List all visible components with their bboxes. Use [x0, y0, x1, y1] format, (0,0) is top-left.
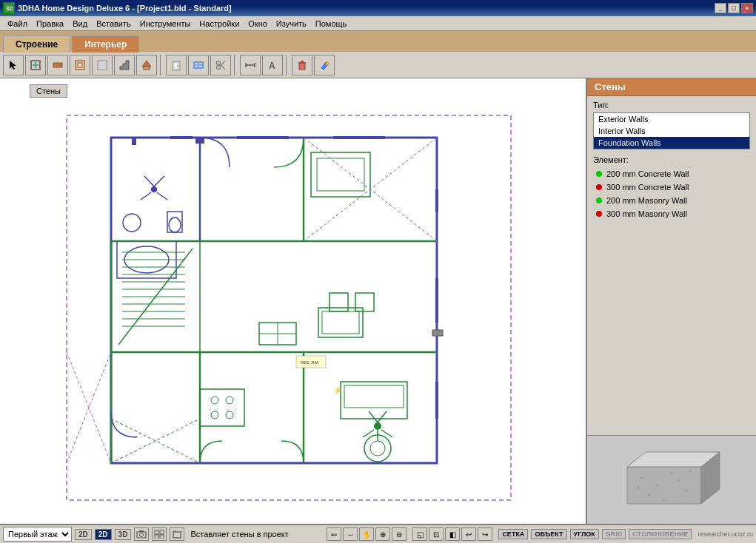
maximize-button[interactable]: □	[728, 3, 740, 13]
tool-dimension[interactable]	[240, 55, 261, 75]
svg-line-74	[141, 192, 151, 200]
icon-arrows-2[interactable]: ↔	[343, 527, 358, 541]
status-labels: СЕТКА ОБЪЕКТ УГЛОК GRID СТОЛКНОВЕНИЕ	[498, 529, 692, 539]
menu-view[interactable]: Вид	[68, 18, 92, 29]
icon-grid-view[interactable]	[152, 527, 167, 541]
svg-line-67	[378, 411, 387, 422]
svg-rect-88	[330, 293, 348, 311]
researcher-watermark: researcher.ucoz.ru	[698, 530, 753, 538]
icon-camera[interactable]	[134, 527, 149, 541]
element-300-masonry[interactable]: 300 mm Masonry Wall	[593, 207, 750, 220]
main-area: Стены	[0, 78, 756, 524]
toolbar-separator-2	[234, 55, 237, 75]
svg-rect-14	[144, 67, 150, 70]
svg-point-122	[638, 487, 640, 489]
icon-zoom-1[interactable]: ⊕	[375, 527, 390, 541]
wall-type-exterior[interactable]: Exterior Walls	[594, 113, 749, 125]
titlebar-title: 3DHA Home Design Deluxe 6 - [Project1.bl…	[18, 4, 232, 13]
view-2d-button-1[interactable]: 2D	[75, 529, 92, 540]
menu-window[interactable]: Окно	[244, 18, 272, 29]
svg-rect-64	[322, 311, 359, 334]
svg-text:⚡: ⚡	[333, 385, 343, 395]
svg-rect-127	[155, 530, 158, 534]
label-grid[interactable]: GRID	[602, 529, 626, 539]
element-200-concrete[interactable]: 200 mm Concrete Wall	[593, 167, 750, 181]
tool-add[interactable]	[25, 55, 46, 75]
svg-rect-87	[317, 158, 364, 191]
svg-point-17	[177, 65, 178, 67]
titlebar-buttons[interactable]: _ □ ×	[715, 3, 753, 13]
tool-wall[interactable]	[47, 55, 68, 75]
tool-select[interactable]	[3, 55, 24, 75]
svg-line-75	[157, 192, 167, 200]
icon-view-3[interactable]: ◧	[445, 527, 460, 541]
tool-roof[interactable]	[136, 55, 157, 75]
svg-point-82	[211, 411, 218, 419]
svg-point-121	[663, 499, 666, 502]
view-2d-button-2[interactable]: 2D	[95, 529, 112, 540]
tool-room[interactable]	[70, 55, 90, 75]
svg-rect-33	[67, 115, 511, 500]
svg-rect-29	[299, 63, 305, 70]
element-label: Элемент:	[593, 155, 750, 164]
wall-type-foundation[interactable]: Foundation Walls	[594, 137, 749, 149]
view-3d-button[interactable]: 3D	[115, 529, 132, 540]
menu-file[interactable]: Файл	[3, 18, 32, 29]
element-dot-2	[596, 184, 602, 190]
wall-type-interior[interactable]: Interior Walls	[594, 125, 749, 137]
svg-rect-130	[160, 535, 164, 539]
tool-paint[interactable]	[314, 55, 335, 75]
icon-view-1[interactable]: ◱	[412, 527, 427, 541]
tab-stroenie[interactable]: Строение	[3, 36, 70, 53]
tool-delete[interactable]	[292, 55, 312, 75]
tool-stair[interactable]	[114, 55, 135, 75]
icon-arrows-1[interactable]: ⇐	[327, 527, 341, 541]
floor-select[interactable]: Первый этаж	[3, 527, 72, 542]
svg-rect-61	[341, 382, 407, 419]
svg-point-71	[151, 186, 157, 192]
tool-floor[interactable]	[92, 55, 113, 75]
svg-point-118	[686, 490, 688, 492]
icon-view-4[interactable]: ↩	[461, 527, 476, 541]
tab-interior[interactable]: Интерьер	[72, 36, 139, 53]
element-300-concrete[interactable]: 300 mm Concrete Wall	[593, 181, 750, 194]
svg-rect-79	[200, 389, 244, 426]
svg-point-119	[649, 494, 651, 496]
tool-text[interactable]: A	[262, 55, 283, 75]
label-collision[interactable]: СТОЛКНОВЕНИЕ	[629, 529, 692, 539]
svg-rect-62	[344, 385, 404, 408]
menu-help[interactable]: Помощь	[311, 18, 352, 29]
icon-view-5[interactable]: ↪	[478, 527, 492, 541]
menu-tools[interactable]: Инструменты	[136, 18, 195, 29]
icon-zoom-2[interactable]: ⊖	[392, 527, 407, 541]
label-object[interactable]: ОБЪЕКТ	[531, 529, 566, 539]
titlebar-left: 3D 3DHA Home Design Deluxe 6 - [Project1…	[3, 2, 232, 14]
right-panel: Стены Тип: Exterior Walls Interior Walls…	[586, 78, 756, 524]
close-button[interactable]: ×	[741, 3, 753, 13]
tool-cut[interactable]	[210, 55, 231, 75]
icon-pan[interactable]: ✋	[359, 527, 374, 541]
floorplan[interactable]: REC RM ⚡	[22, 93, 555, 522]
canvas-area[interactable]: Стены	[0, 78, 586, 524]
menu-learn[interactable]: Изучить	[272, 18, 311, 29]
tool-window[interactable]	[188, 55, 209, 75]
svg-point-45	[123, 214, 141, 232]
element-200-masonry[interactable]: 200 mm Masonry Wall	[593, 194, 750, 207]
tabbar: Строение Интерьер	[0, 31, 756, 52]
panel-header: Стены	[587, 78, 756, 96]
tool-door[interactable]	[166, 55, 187, 75]
svg-text:A: A	[269, 61, 275, 71]
svg-line-133	[181, 530, 182, 532]
menu-settings[interactable]: Настройки	[195, 18, 244, 29]
menu-edit[interactable]: Правка	[32, 18, 68, 29]
icon-box[interactable]	[170, 527, 184, 541]
minimize-button[interactable]: _	[715, 3, 726, 13]
toolbar: A	[0, 52, 756, 78]
label-uglok[interactable]: УГЛОК	[570, 529, 599, 539]
label-setka[interactable]: СЕТКА	[498, 529, 528, 539]
svg-rect-131	[173, 532, 181, 538]
icon-view-2[interactable]: ⊡	[429, 527, 444, 541]
svg-point-47	[169, 217, 181, 232]
svg-point-125	[140, 533, 144, 537]
menu-insert[interactable]: Вставить	[92, 18, 136, 29]
